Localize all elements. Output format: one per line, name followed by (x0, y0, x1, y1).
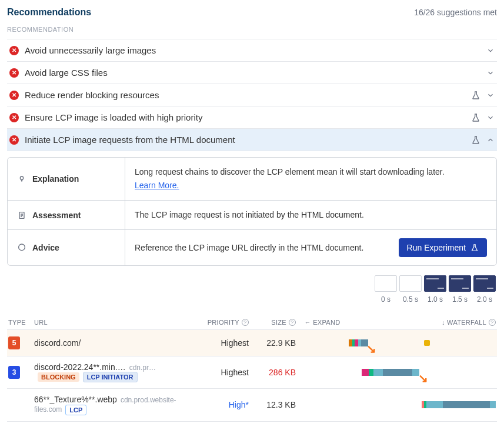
priority-cell: Highest (196, 338, 249, 348)
section-label: RECOMMENDATION (7, 24, 497, 35)
arrow-down-icon: ↘ (418, 371, 428, 385)
frame-time-label: 0 s (381, 295, 390, 304)
assessment-text: The LCP image request is not initiated b… (135, 209, 364, 221)
badge-lcpinit: LCP INITIATOR (83, 372, 138, 382)
explanation-text: Long request chains to discover the LCP … (135, 167, 445, 176)
flask-icon (470, 244, 479, 252)
frame-thumbnail (375, 275, 397, 292)
recommendation-text: Avoid large CSS files (25, 68, 480, 78)
size-cell: 12.3 KB (249, 400, 296, 409)
run-experiment-button[interactable]: Run Experiment (399, 238, 487, 257)
url-cell: 66**_Texture%**.webpcdn.prod.website-fil… (34, 395, 196, 415)
frame-thumbnail (424, 275, 446, 292)
col-waterfall[interactable]: ↓ WATERFALL? (349, 319, 496, 326)
url-cell: discord-2022.24**.min.…cdn.pr…BLOCKINGLC… (34, 362, 196, 382)
learn-more-link[interactable]: Learn More. (135, 179, 445, 192)
size-cell: 286 KB (249, 368, 296, 377)
html5-icon: 5 (8, 336, 20, 349)
recommendation-row[interactable]: ✕Reduce render blocking resources (7, 84, 497, 106)
recommendation-text: Ensure LCP image is loaded with high pri… (25, 112, 465, 122)
detail-table: Explanation Long request chains to disco… (7, 157, 497, 266)
size-cell: 22.9 KB (249, 338, 296, 348)
flask-icon[interactable] (471, 135, 480, 145)
fail-icon: ✕ (9, 135, 19, 145)
recommendation-text: Initiate LCP image requests from the HTM… (25, 135, 465, 145)
recommendation-row[interactable]: ✕Avoid large CSS files (7, 62, 497, 84)
col-url: URL (34, 319, 196, 326)
advice-text: Reference the LCP image URL directly in … (135, 242, 363, 254)
flask-icon[interactable] (471, 91, 480, 100)
assessment-label: Assessment (32, 211, 81, 220)
explanation-label: Explanation (32, 174, 79, 184)
recommendation-text: Reduce render blocking resources (25, 90, 465, 100)
filmstrip-frame[interactable]: 2.0 s (473, 275, 496, 304)
filmstrip-frame[interactable]: 0 s (375, 275, 397, 304)
col-type: TYPE (8, 319, 34, 326)
table-body: 5discord.com/Highest22.9 KB↘3discord-202… (7, 330, 497, 422)
chevron-up-icon (486, 136, 495, 144)
fail-icon: ✕ (9, 113, 19, 122)
chevron-down-icon (486, 69, 495, 77)
filmstrip-frame[interactable]: 1.0 s (424, 275, 446, 304)
recommendation-row[interactable]: ✕Avoid unnecessarily large images (7, 39, 497, 62)
fail-icon: ✕ (9, 68, 19, 78)
table-header: TYPE URL PRIORITY? SIZE? ← EXPAND ↓ WATE… (7, 315, 497, 330)
badge-lcp: LCP (65, 405, 86, 415)
frame-time-label: 1.0 s (428, 295, 443, 304)
fail-icon: ✕ (9, 46, 19, 55)
table-row[interactable]: 3discord-2022.24**.min.…cdn.pr…BLOCKINGL… (7, 356, 497, 389)
lightbulb-icon (17, 174, 26, 184)
fail-icon: ✕ (9, 91, 19, 100)
flask-icon[interactable] (471, 113, 480, 122)
chat-icon (17, 243, 26, 252)
priority-cell: High* (196, 400, 249, 409)
priority-cell: Highest (196, 368, 249, 377)
badge-blocking: BLOCKING (38, 372, 79, 382)
frame-time-label: 1.5 s (452, 295, 468, 304)
suggestions-status: 16/26 suggestions met (414, 8, 497, 17)
frame-thumbnail (473, 275, 496, 292)
help-icon[interactable]: ? (242, 319, 249, 326)
table-row[interactable]: 66**_Texture%**.webpcdn.prod.website-fil… (7, 389, 497, 421)
col-size[interactable]: SIZE? (249, 319, 296, 326)
help-icon[interactable]: ? (489, 319, 496, 326)
table-row[interactable]: 5discord.com/Highest22.9 KB↘ (7, 330, 497, 356)
filmstrip-frame[interactable]: 0.5 s (399, 275, 422, 304)
url-cell: discord.com/ (34, 338, 196, 348)
waterfall-cell: ↘ (349, 336, 496, 350)
help-icon[interactable]: ? (289, 319, 296, 326)
col-expand[interactable]: ← EXPAND (296, 319, 349, 326)
recommendation-row[interactable]: ✕Ensure LCP image is loaded with high pr… (7, 106, 497, 129)
filmstrip: 0 s0.5 s1.0 s1.5 s2.0 s (375, 275, 496, 304)
advice-label: Advice (32, 243, 59, 252)
chevron-down-icon (486, 91, 495, 99)
chevron-down-icon (486, 114, 495, 122)
waterfall-cell: ↘ (349, 365, 496, 379)
frame-thumbnail (399, 275, 422, 292)
frame-time-label: 0.5 s (403, 295, 418, 304)
chevron-down-icon (486, 46, 495, 55)
filmstrip-frame[interactable]: 1.5 s (449, 275, 471, 304)
frame-thumbnail (449, 275, 471, 292)
css3-icon: 3 (8, 366, 20, 379)
clipboard-icon (17, 211, 26, 220)
page-title: Recommendations (7, 7, 91, 18)
recommendation-text: Avoid unnecessarily large images (25, 45, 480, 55)
arrow-down-icon: ↘ (366, 342, 376, 356)
frame-time-label: 2.0 s (477, 295, 492, 304)
recommendation-row[interactable]: ✕Initiate LCP image requests from the HT… (7, 129, 497, 151)
recommendation-list: ✕Avoid unnecessarily large images✕Avoid … (7, 39, 497, 151)
waterfall-cell (349, 398, 496, 412)
marker-icon (424, 340, 430, 346)
svg-point-0 (20, 176, 23, 179)
col-priority[interactable]: PRIORITY? (196, 319, 249, 326)
